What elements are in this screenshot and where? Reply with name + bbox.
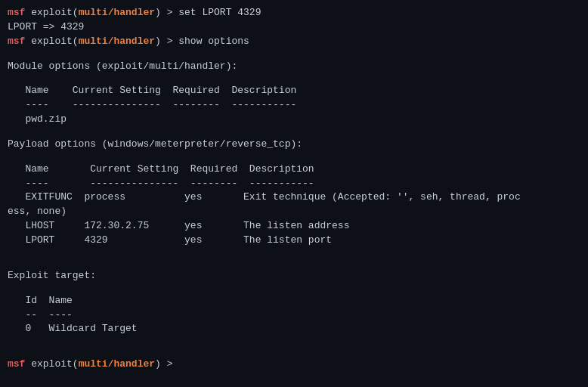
exploit-target-text: Exploit target: [8,270,96,281]
col-divider-2: ---- --------------- -------- ----------… [8,178,314,189]
line-target-col-divider: -- ---- [8,308,580,323]
line-exitfunc: EXITFUNC process yes Exit technique (Acc… [8,190,580,205]
line-2: LPORT => 4329 [8,20,580,35]
prompt-text-3: exploit( [25,358,78,370]
line-col-header-2: Name Current Setting Required Descriptio… [8,163,580,177]
line-1: msf exploit(multi/handler) > set LPORT 4… [8,6,580,20]
wildcard-text: 0 Wildcard Target [8,323,138,334]
prompt-text-1: exploit( [25,7,78,18]
prompt-text-2: exploit( [25,36,78,47]
pwdzip-text: pwd.zip [8,113,67,125]
spacer-5 [8,248,580,259]
col-divider-1: ---- --------------- -------- ----------… [8,99,296,110]
payload-options-text: Payload options (windows/meterpreter/rev… [8,138,302,150]
line-module-options-header: Module options (exploit/multi/handler): [8,60,580,74]
target-col-header: Id Name [8,295,73,306]
line-exitfunc-cont: ess, none) [8,205,580,219]
lport-output: LPORT => 4329 [8,21,84,33]
spacer-1 [8,49,580,60]
terminal: msf exploit(multi/handler) > set LPORT 4… [8,6,580,381]
line-col-divider-2: ---- --------------- -------- ----------… [8,177,580,191]
spacer-6 [8,259,580,269]
module-options-text: Module options (exploit/multi/handler): [8,60,237,72]
col-header-2: Name Current Setting Required Descriptio… [8,163,314,175]
target-col-divider: -- ---- [8,309,73,320]
spacer-9 [8,347,580,358]
col-header-1: Name Current Setting Required Descriptio… [8,85,296,96]
exitfunc-text: EXITFUNC process yes Exit technique (Acc… [8,191,521,203]
line-exploit-target-header: Exploit target: [8,269,580,283]
line-col-header-1: Name Current Setting Required Descriptio… [8,84,580,98]
prompt-module-1: multi/handler [79,7,155,18]
prompt-module-2: multi/handler [79,36,155,47]
spacer-2 [8,73,580,84]
line-pwdzip: pwd.zip [8,113,580,127]
exitfunc-cont-text: ess, none) [8,206,67,217]
spacer-4 [8,152,580,163]
line-payload-options-header: Payload options (windows/meterpreter/rev… [8,138,580,152]
line-lhost: LHOST 172.30.2.75 yes The listen address [8,219,580,234]
prompt-msf-1: msf [8,7,25,18]
lhost-text: LHOST 172.30.2.75 yes The listen address [8,220,349,231]
spacer-3 [8,127,580,138]
prompt-text-3b: ) > [155,358,178,370]
prompt-text-2b: ) > show options [155,36,249,47]
prompt-module-3: multi/handler [79,358,155,370]
line-lport: LPORT 4329 yes The listen port [8,234,580,248]
line-target-col-header: Id Name [8,294,580,308]
line-3: msf exploit(multi/handler) > show option… [8,35,580,49]
spacer-8 [8,336,580,347]
prompt-text-1b: ) > set LPORT 4329 [155,7,261,18]
line-final-prompt[interactable]: msf exploit(multi/handler) > [8,358,580,372]
spacer-7 [8,283,580,294]
line-col-divider-1: ---- --------------- -------- ----------… [8,98,580,113]
prompt-msf-2: msf [8,36,25,47]
line-wildcard: 0 Wildcard Target [8,322,580,336]
lport-text: LPORT 4329 yes The listen port [8,234,332,246]
prompt-msf-3: msf [8,358,25,370]
